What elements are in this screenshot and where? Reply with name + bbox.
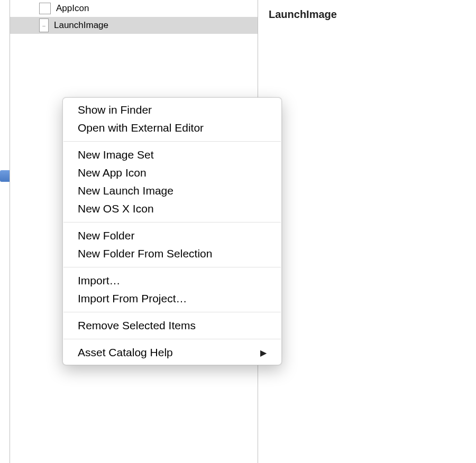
- menu-item-label: New OS X Icon: [78, 202, 154, 215]
- menu-item-new-osx-icon[interactable]: New OS X Icon: [63, 200, 281, 218]
- menu-item-label: Remove Selected Items: [78, 319, 196, 332]
- menu-item-label: Open with External Editor: [78, 122, 204, 134]
- asset-item-label: LaunchImage: [54, 20, 108, 31]
- menu-item-show-in-finder[interactable]: Show in Finder: [63, 101, 281, 119]
- menu-item-label: Import…: [78, 274, 121, 287]
- submenu-arrow-icon: ▶: [260, 348, 267, 358]
- appicon-icon: [39, 3, 51, 14]
- menu-separator: [63, 312, 281, 312]
- menu-item-label: Import From Project…: [78, 292, 187, 305]
- menu-item-asset-catalog-help[interactable]: Asset Catalog Help ▶: [63, 344, 281, 362]
- menu-separator: [63, 141, 281, 142]
- menu-item-new-app-icon[interactable]: New App Icon: [63, 164, 281, 182]
- menu-item-import[interactable]: Import…: [63, 272, 281, 290]
- detail-title: LaunchImage: [269, 8, 465, 21]
- asset-item-label: AppIcon: [56, 3, 89, 14]
- launchimage-icon: –: [39, 18, 49, 32]
- menu-separator: [63, 267, 281, 267]
- menu-separator: [63, 339, 281, 339]
- menu-item-remove-selected[interactable]: Remove Selected Items: [63, 317, 281, 335]
- main-panel: LaunchImage: [258, 0, 476, 463]
- asset-item-launchimage[interactable]: – LaunchImage: [10, 17, 258, 34]
- menu-item-new-folder-selection[interactable]: New Folder From Selection: [63, 245, 281, 263]
- menu-item-label: New Folder: [78, 229, 134, 242]
- menu-item-label: New Image Set: [78, 149, 154, 161]
- menu-separator: [63, 222, 281, 223]
- context-menu: Show in Finder Open with External Editor…: [62, 97, 282, 365]
- menu-item-label: New Folder From Selection: [78, 247, 212, 260]
- asset-item-appicon[interactable]: AppIcon: [10, 0, 258, 17]
- menu-item-new-launch-image[interactable]: New Launch Image: [63, 182, 281, 200]
- menu-item-open-external-editor[interactable]: Open with External Editor: [63, 119, 281, 137]
- menu-item-new-image-set[interactable]: New Image Set: [63, 146, 281, 164]
- menu-item-label: New Launch Image: [78, 184, 173, 197]
- menu-item-label: New App Icon: [78, 166, 147, 179]
- menu-item-label: Show in Finder: [78, 104, 152, 116]
- menu-item-new-folder[interactable]: New Folder: [63, 227, 281, 245]
- menu-item-label: Asset Catalog Help: [78, 346, 173, 359]
- menu-item-import-from-project[interactable]: Import From Project…: [63, 290, 281, 308]
- left-gutter: [0, 0, 10, 463]
